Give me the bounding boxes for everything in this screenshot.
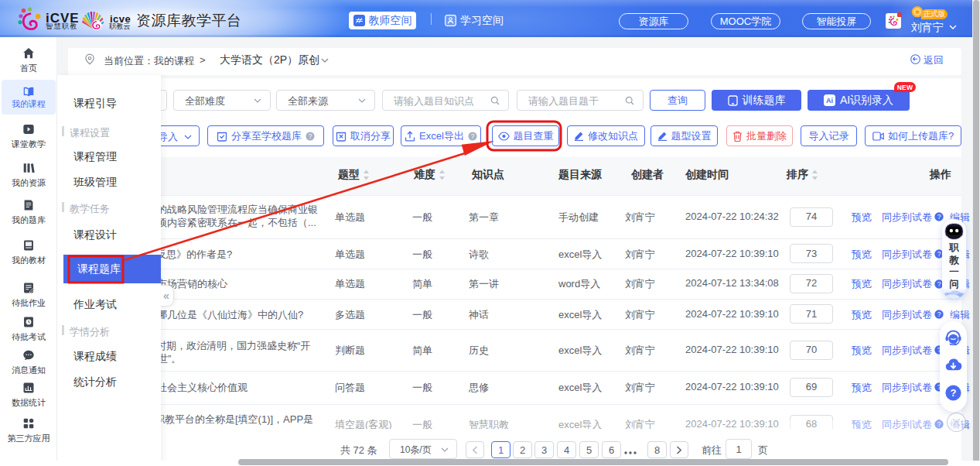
svg-text:?: ? [937,280,941,288]
svg-text:?: ? [309,132,312,139]
svg-text:?: ? [937,310,941,318]
svg-text:?: ? [951,387,957,399]
svg-text:?: ? [471,132,475,139]
svg-text:?: ? [937,213,941,221]
svg-text:?: ? [937,250,941,258]
svg-text:Ai: Ai [826,97,833,105]
